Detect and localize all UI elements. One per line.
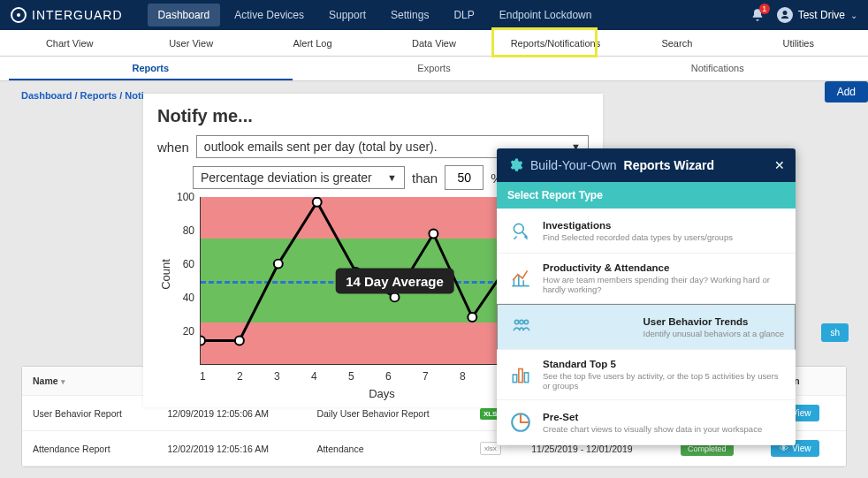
- chevron-down-icon: ⌄: [850, 11, 857, 20]
- subnav-reports-notifications[interactable]: Reports/Notifications: [495, 30, 616, 56]
- subnav-search[interactable]: Search: [616, 30, 737, 56]
- logo-eye-icon: [11, 7, 27, 23]
- subnav-data-view[interactable]: Data View: [373, 30, 494, 56]
- deviation-select[interactable]: Percentage deviation is greater ▼: [193, 166, 405, 189]
- gear-icon: [507, 157, 523, 173]
- user-name: Test Drive: [798, 9, 845, 21]
- nav-settings[interactable]: Settings: [380, 4, 439, 27]
- subnav: Chart View User View Alert Log Data View…: [0, 30, 868, 57]
- x-axis-label: Days: [369, 387, 395, 400]
- svg-point-1: [235, 337, 244, 345]
- investigations-icon: [507, 217, 534, 244]
- cell-name: User Behavior Report: [22, 396, 156, 431]
- subnav-user-view[interactable]: User View: [130, 30, 251, 56]
- wizard-item-productivity[interactable]: Productivity & AttendanceHow are team me…: [497, 254, 796, 304]
- topbar: INTERGUARD Dashboard Active Devices Supp…: [0, 0, 868, 30]
- when-select-value: outlook emails sent per day (total by us…: [204, 140, 438, 154]
- notify-title: Notify me...: [157, 106, 589, 126]
- y-axis: 100 80 60 40 20: [170, 197, 196, 365]
- topbar-right: 1 Test Drive ⌄: [750, 7, 857, 23]
- nav-dashboard[interactable]: Dashboard: [148, 4, 221, 27]
- svg-point-12: [514, 320, 518, 323]
- wizard-header: Build-Your-Own Reports Wizard ✕: [497, 148, 796, 182]
- when-label: when: [157, 140, 189, 155]
- svg-point-13: [520, 320, 523, 323]
- notif-badge: 1: [759, 4, 770, 14]
- average-label: 14 Day Average: [335, 268, 454, 293]
- deviation-select-value: Percentage deviation is greater: [201, 171, 372, 185]
- wizard-item-investigations[interactable]: InvestigationsFind Selected recorded dat…: [497, 209, 796, 254]
- svg-point-5: [391, 292, 400, 301]
- sort-icon: ▾: [61, 377, 65, 386]
- subnav-alert-log[interactable]: Alert Log: [252, 30, 373, 56]
- subtab-reports[interactable]: Reports: [9, 57, 293, 80]
- nav-dlp[interactable]: DLP: [443, 4, 484, 27]
- avatar-icon: [777, 7, 793, 23]
- svg-point-7: [468, 313, 476, 322]
- brand-name: INTERGUARD: [32, 8, 123, 22]
- svg-point-2: [274, 260, 283, 269]
- top5-icon: [507, 361, 534, 388]
- refresh-button[interactable]: sh: [821, 323, 849, 342]
- wizard-item-top5[interactable]: Standard Top 5See the top five users by …: [497, 350, 796, 400]
- wizard-subtitle: Select Report Type: [497, 182, 796, 209]
- subnav-chart-view[interactable]: Chart View: [9, 30, 130, 56]
- cell-name: Attendance Report: [22, 431, 156, 467]
- brand-logo: INTERGUARD: [11, 7, 123, 23]
- svg-point-0: [201, 337, 205, 345]
- cell-desc: Attendance: [306, 431, 469, 467]
- svg-point-6: [429, 230, 438, 239]
- wizard-title-light: Build-Your-Own: [530, 158, 617, 172]
- subnav-utilities[interactable]: Utilities: [738, 30, 859, 56]
- nav-active-devices[interactable]: Active Devices: [224, 4, 315, 27]
- subtab-exports[interactable]: Exports: [293, 57, 576, 80]
- preset-icon: [507, 409, 534, 436]
- notifications-bell[interactable]: 1: [750, 8, 765, 22]
- wizard-title-bold: Reports Wizard: [624, 158, 715, 172]
- user-behavior-icon: [508, 314, 535, 340]
- wizard-item-user-behavior[interactable]: User Behavior TrendsIdentify unusual beh…: [497, 304, 796, 350]
- chevron-down-icon: ▼: [387, 172, 397, 183]
- user-menu[interactable]: Test Drive ⌄: [777, 7, 857, 23]
- svg-point-3: [313, 198, 322, 207]
- top-nav: Dashboard Active Devices Support Setting…: [148, 4, 603, 27]
- nav-support[interactable]: Support: [318, 4, 377, 27]
- nav-endpoint-lockdown[interactable]: Endpoint Lockdown: [489, 4, 603, 27]
- cell-ts: 12/02/2019 12:05:16 AM: [156, 431, 306, 467]
- close-icon[interactable]: ✕: [774, 158, 785, 172]
- svg-rect-17: [524, 373, 528, 383]
- svg-rect-15: [513, 375, 516, 383]
- th-name[interactable]: Name ▾: [22, 367, 156, 396]
- svg-rect-16: [519, 369, 522, 383]
- reports-wizard: Build-Your-Own Reports Wizard ✕ Select R…: [497, 148, 796, 445]
- svg-point-11: [514, 224, 523, 233]
- threshold-input[interactable]: [445, 165, 483, 190]
- svg-point-14: [524, 320, 528, 323]
- productivity-icon: [507, 265, 534, 292]
- wizard-item-preset[interactable]: Pre-SetCreate chart views to visually sh…: [497, 400, 796, 445]
- subtab-notifications[interactable]: Notifications: [575, 57, 859, 80]
- add-button[interactable]: Add: [825, 81, 868, 102]
- subtabs: Reports Exports Notifications: [0, 57, 868, 81]
- than-label: than: [412, 171, 438, 186]
